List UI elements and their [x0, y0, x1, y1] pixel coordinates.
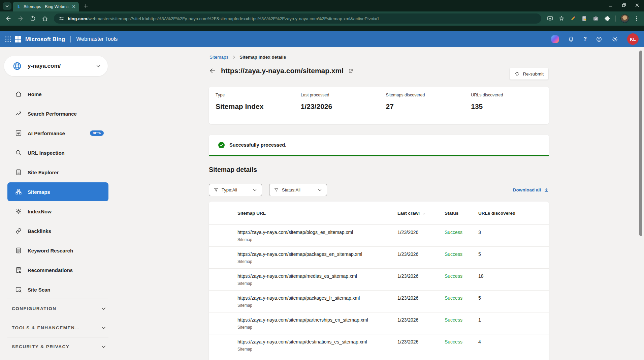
column-header-status: Status: [445, 211, 478, 216]
table-row[interactable]: https://zaya.y-naya.com/sitemap/medias_e…: [209, 269, 549, 291]
forward-button[interactable]: [15, 13, 26, 24]
sitemap-type: Sitemap: [237, 281, 397, 286]
filter-row: Type:All Status:All Download all: [209, 184, 549, 196]
help-icon[interactable]: ?: [583, 36, 587, 42]
tab-close-icon[interactable]: ✕: [71, 4, 77, 10]
sitemap-url[interactable]: https://zaya.y-naya.com/sitemap/partners…: [237, 317, 397, 323]
stat-value: 1/23/2026: [301, 102, 372, 111]
sidebar-item-search-performance[interactable]: Search Performance: [7, 104, 108, 123]
sidebar-item-site-scan[interactable]: Site Scan: [7, 280, 108, 299]
browser-scan-icon: [15, 286, 22, 293]
last-crawl-date: 1/23/2026: [397, 334, 445, 356]
sidebar-nav: Home Search Performance AI Performance B…: [7, 84, 108, 299]
site-settings-icon: [59, 16, 64, 22]
document-list-icon: [15, 169, 22, 176]
sidebar-section-security[interactable]: SECURITY & PRIVACY: [7, 337, 108, 356]
table-row[interactable]: https://zaya.y-naya.com/sitemap/partners…: [209, 312, 549, 334]
status-badge: Success: [445, 312, 478, 334]
feedback-smiley-icon[interactable]: [595, 36, 603, 43]
resubmit-button[interactable]: Re-submit: [510, 68, 548, 80]
sitemap-url[interactable]: https://zaya.y-naya.com/sitemap/destinat…: [237, 339, 397, 344]
close-window-button[interactable]: [635, 3, 639, 7]
tab-strip: Sitemaps - Bing Webmas ✕: [0, 0, 644, 11]
waffle-menu-icon[interactable]: [5, 36, 11, 42]
column-header-last-crawl[interactable]: Last crawl: [397, 211, 445, 216]
copilot-icon[interactable]: [551, 35, 559, 43]
sidebar-sections: CONFIGURATION TOOLS & ENHANCEMEN… SECURI…: [7, 299, 108, 356]
restore-button[interactable]: [622, 3, 626, 7]
tab-search-button[interactable]: [3, 2, 11, 10]
stat-label: Sitemaps discovered: [386, 93, 457, 97]
settings-gear-icon[interactable]: [611, 36, 618, 43]
sitemap-url[interactable]: https://zaya.y-naya.com/sitemap/blogs_es…: [237, 230, 397, 235]
sitemap-type: Sitemap: [237, 303, 397, 308]
urls-discovered-count: 3: [478, 225, 534, 246]
address-bar[interactable]: bing.com/webmasters/sitemaps?siteUrl=htt…: [54, 13, 541, 24]
sidebar-item-site-explorer[interactable]: Site Explorer: [7, 162, 108, 182]
new-tab-button[interactable]: [82, 2, 90, 10]
search-icon: [15, 149, 22, 156]
page-body: y-naya.com/ Home Search Performance AI P…: [0, 47, 644, 360]
header-actions: ? KL: [551, 33, 639, 45]
table-row[interactable]: https://zaya.y-naya.com/sitemap/destinat…: [209, 334, 549, 356]
success-banner: Successfully processed.: [209, 135, 549, 156]
gear-icon: [15, 208, 22, 215]
stat-label: URLs discovered: [471, 93, 542, 97]
chevron-down-icon: [101, 344, 106, 350]
sitemap-url[interactable]: https://zaya.y-naya.com/sitemap/medias_e…: [237, 273, 397, 279]
stat-type: Type Sitemap Index: [209, 87, 294, 124]
sidebar-item-keyword-research[interactable]: Keyword Research: [7, 241, 108, 260]
sidebar-item-recommendations[interactable]: Recommendations: [7, 260, 108, 280]
status-badge: Success: [445, 291, 478, 312]
reload-button[interactable]: [28, 13, 38, 24]
browser-profile-avatar[interactable]: [620, 14, 629, 23]
extensions-puzzle-icon[interactable]: [604, 15, 611, 22]
breadcrumb-sitemaps-link[interactable]: Sitemaps: [210, 55, 228, 60]
table-body: https://zaya.y-naya.com/sitemap/blogs_es…: [209, 225, 549, 356]
camera-extension-icon[interactable]: [592, 15, 599, 22]
table-row[interactable]: https://zaya.y-naya.com/sitemap/packages…: [209, 247, 549, 269]
resubmit-label: Re-submit: [523, 71, 544, 77]
sidebar-section-configuration[interactable]: CONFIGURATION: [7, 299, 108, 318]
type-filter-dropdown[interactable]: Type:All: [209, 184, 262, 196]
notifications-bell-icon[interactable]: [568, 36, 575, 43]
sitemap-type: Sitemap: [237, 347, 397, 352]
back-button[interactable]: [3, 13, 13, 24]
sitemap-url[interactable]: https://zaya.y-naya.com/sitemap/packages…: [237, 295, 397, 301]
toolbar-divider: [615, 16, 616, 22]
document-alert-icon: [15, 266, 22, 274]
sidebar-item-backlinks[interactable]: Backlinks: [7, 221, 108, 241]
back-arrow-icon[interactable]: [209, 67, 216, 74]
sitemap-url[interactable]: https://zaya.y-naya.com/sitemap/packages…: [237, 251, 397, 257]
notes-extension-icon[interactable]: [581, 15, 588, 22]
minimize-button[interactable]: [609, 3, 613, 7]
sidebar-section-tools[interactable]: TOOLS & ENHANCEMEN…: [7, 318, 108, 337]
brand[interactable]: Microsoft Bing Webmaster Tools: [15, 36, 118, 42]
section-label: CONFIGURATION: [12, 306, 101, 311]
sidebar-item-home[interactable]: Home: [7, 84, 108, 104]
status-filter-dropdown[interactable]: Status:All: [269, 184, 327, 196]
sort-descending-icon: [422, 211, 426, 215]
browser-menu-icon[interactable]: [634, 16, 639, 21]
pencil-extension-icon[interactable]: [570, 15, 576, 22]
install-app-icon[interactable]: [547, 15, 553, 22]
site-picker[interactable]: y-naya.com/: [4, 56, 108, 76]
table-row[interactable]: https://zaya.y-naya.com/sitemap/packages…: [209, 291, 549, 312]
sidebar-item-indexnow[interactable]: IndexNow: [7, 202, 108, 221]
sidebar-item-ai-performance[interactable]: AI Performance BETA: [7, 123, 108, 143]
browser-tab[interactable]: Sitemaps - Bing Webmas ✕: [13, 2, 79, 11]
download-all-link[interactable]: Download all: [513, 187, 549, 193]
ai-performance-icon: [15, 129, 22, 137]
page-scrollbar[interactable]: [639, 51, 642, 236]
table-row[interactable]: https://zaya.y-naya.com/sitemap/blogs_es…: [209, 225, 549, 247]
external-link-icon[interactable]: [348, 68, 353, 73]
sidebar-item-sitemaps[interactable]: Sitemaps: [7, 182, 108, 201]
home-button[interactable]: [40, 13, 50, 24]
status-badge: Success: [445, 225, 478, 246]
breadcrumb-current: Sitemap index details: [239, 55, 286, 60]
microsoft-logo-icon: [15, 36, 21, 42]
sidebar-item-url-inspection[interactable]: URL Inspection: [7, 143, 108, 162]
account-avatar[interactable]: KL: [627, 33, 639, 45]
refresh-icon: [514, 71, 520, 77]
bookmark-star-icon[interactable]: [558, 15, 565, 22]
